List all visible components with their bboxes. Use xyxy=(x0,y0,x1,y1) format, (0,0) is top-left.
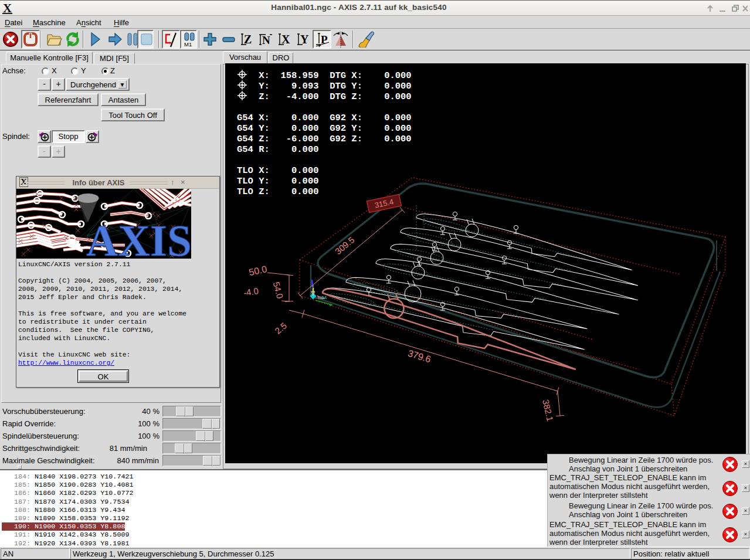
svg-text:Z: Z xyxy=(244,33,252,46)
svg-text:N: N xyxy=(262,34,270,46)
svg-text:G54: G54 xyxy=(318,295,327,300)
svg-text:X: X xyxy=(281,33,290,46)
svg-text:AXIS: AXIS xyxy=(86,216,191,259)
svg-text:Y: Y xyxy=(300,33,309,46)
svg-text:M1: M1 xyxy=(184,41,192,47)
svg-text:-4.0: -4.0 xyxy=(243,286,259,297)
